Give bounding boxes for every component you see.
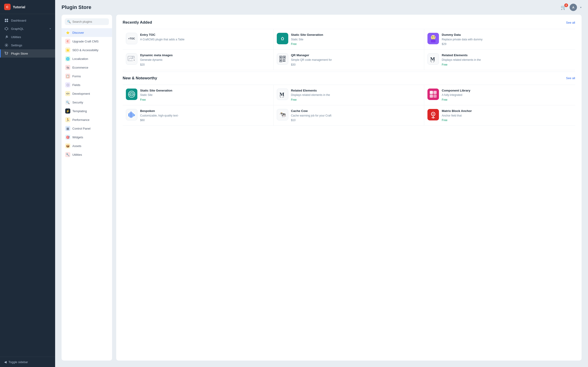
static-site2-logo (126, 89, 137, 100)
graphql-icon (4, 26, 9, 31)
svg-text:🐄: 🐄 (279, 111, 286, 118)
static-site2-name: Static Site Generation (140, 89, 270, 93)
recently-added-grid: +TOC Entry TOC A CraftCMS plugin that ad… (123, 29, 575, 70)
plugin-card-entry-toc[interactable]: +TOC Entry TOC A CraftCMS plugin that ad… (123, 29, 274, 50)
svg-rect-26 (284, 57, 285, 58)
entry-toc-desc: A CraftCMS plugin that adds a Table (140, 38, 270, 42)
component-lib-desc: A fully-integrated (442, 93, 572, 97)
related-elements-logo: M (427, 53, 439, 65)
filter-item-security[interactable]: 🔍 Security (61, 98, 112, 107)
svg-rect-3 (7, 21, 8, 22)
plugin-card-matrix-block[interactable]: Matrix Block Anchor Anchor field that Fr… (424, 105, 575, 126)
ecommerce-icon: 🛍 (65, 65, 70, 70)
related-elements2-info: Related Elements Displays related elemen… (291, 89, 421, 101)
utilities2-icon: 🔧 (65, 152, 70, 157)
plugin-card-dynamic-meta[interactable]: Dynamic meta images Generate dynamic $20 (123, 50, 274, 70)
svg-point-16 (431, 35, 435, 40)
filter-item-label: Security (72, 101, 83, 104)
cart-button[interactable]: 🛒 0 (561, 5, 566, 10)
recently-added-title: Recently Added (123, 20, 152, 25)
plugin-card-bespoken[interactable]: Bespoken Customizable, high-quality text… (123, 105, 274, 126)
matrix-block-price: Free (442, 119, 572, 122)
plugin-store-icon (4, 51, 9, 56)
filter-item-label: Widgets (72, 135, 83, 139)
filter-item-templating[interactable]: ⚡ Templating (61, 107, 112, 115)
cache-cow-info: Cache Cow Cache warming job for your Cra… (291, 109, 421, 122)
svg-rect-32 (284, 61, 285, 62)
sidebar-item-plugin-store[interactable]: Plugin Store (0, 49, 55, 58)
upgrade-icon: C (65, 39, 70, 44)
topbar: Plugin Store 🛒 0 A ▾ (55, 0, 588, 15)
related-elements-info: Related Elements Displays related elemen… (442, 53, 572, 66)
svg-rect-44 (131, 111, 131, 118)
filter-item-assets[interactable]: 📦 Assets (61, 142, 112, 150)
plugin-card-cache-cow[interactable]: 🐄 Cache Cow Cache warming job for your C… (274, 105, 424, 126)
plugin-card-component-lib[interactable]: Component Library A fully-integrated Fre… (424, 85, 575, 105)
filter-item-utilities2[interactable]: 🔧 Utilities (61, 150, 112, 159)
svg-rect-1 (7, 19, 8, 20)
qr-manager-name: QR Manager (291, 53, 421, 57)
filter-item-performance[interactable]: 🏃 Performance (61, 115, 112, 124)
svg-point-13 (7, 54, 7, 55)
qr-manager-price: $30 (291, 63, 421, 66)
development-icon: </> (65, 91, 70, 96)
search-input[interactable] (72, 20, 107, 23)
plugin-card-related-elements[interactable]: M Related Elements Displays related elem… (424, 50, 575, 70)
filter-item-forms[interactable]: 📋 Forms (61, 72, 112, 81)
matrix-block-info: Matrix Block Anchor Anchor field that Fr… (442, 109, 572, 122)
filter-item-localization[interactable]: 🌐 Localization (61, 54, 112, 63)
static-site-logo (277, 33, 288, 44)
filter-item-ecommerce[interactable]: 🛍 Ecommerce (61, 63, 112, 72)
entry-toc-logo: +TOC (126, 33, 137, 44)
filter-item-discover[interactable]: ⭐ Discover (61, 28, 112, 37)
svg-marker-10 (5, 27, 8, 30)
filter-item-fields[interactable]: ⬡ Fields (61, 81, 112, 89)
filter-item-label: Ecommerce (72, 66, 88, 69)
plugin-card-related-elements2[interactable]: M Related Elements Displays related elem… (274, 85, 424, 105)
sidebar-item-label: Dashboard (11, 19, 26, 22)
sidebar: C Tutorial Dashboard (0, 0, 55, 367)
toggle-sidebar-button[interactable]: ◀ Toggle sidebar (0, 357, 55, 367)
component-lib-name: Component Library (442, 89, 572, 93)
plugin-card-static-site[interactable]: Static Site Generation Static Site Free (274, 29, 424, 50)
static-site2-desc: Static Site (140, 93, 270, 97)
dynamic-meta-info: Dynamic meta images Generate dynamic $20 (140, 53, 270, 66)
filter-item-upgrade[interactable]: C Upgrade Craft CMS (61, 37, 112, 46)
filter-panel: 🔍 ⭐ Discover C Upgrade Craft CMS ⭐ SEO &… (61, 15, 112, 361)
localization-icon: 🌐 (65, 56, 70, 61)
plugin-card-static-site2[interactable]: Static Site Generation Static Site Free (123, 85, 274, 105)
dynamic-meta-desc: Generate dynamic (140, 58, 270, 62)
filter-item-control-panel[interactable]: ▦ Control Panel (61, 124, 112, 133)
avatar-chevron-icon[interactable]: ▾ (580, 6, 582, 9)
filter-item-label: Control Panel (72, 127, 90, 130)
plugin-card-dummy-data[interactable]: Dummy Data Replace private data with dum… (424, 29, 575, 50)
search-icon: 🔍 (67, 20, 71, 23)
filter-item-seo[interactable]: ⭐ SEO & Accessibility (61, 46, 112, 54)
static-site2-price: Free (140, 98, 270, 101)
component-lib-info: Component Library A fully-integrated Fre… (442, 89, 572, 101)
filter-item-development[interactable]: </> Development (61, 89, 112, 98)
dynamic-meta-price: $20 (140, 63, 270, 66)
sidebar-item-settings[interactable]: Settings (0, 41, 55, 49)
recently-added-see-all[interactable]: See all (566, 21, 575, 24)
new-noteworthy-see-all[interactable]: See all (566, 76, 575, 80)
sidebar-item-dashboard[interactable]: Dashboard (0, 16, 55, 25)
avatar[interactable]: A (570, 4, 577, 11)
sidebar-item-utilities[interactable]: Utilities (0, 33, 55, 41)
dummy-data-price: $29 (442, 42, 572, 46)
bespoken-info: Bespoken Customizable, high-quality text… (140, 109, 270, 122)
content-area: 🔍 ⭐ Discover C Upgrade Craft CMS ⭐ SEO &… (55, 15, 588, 367)
plugin-card-qr-manager[interactable]: QR Manager Simple QR code management for… (274, 50, 424, 70)
filter-item-widgets[interactable]: 🎯 Widgets (61, 133, 112, 142)
filter-item-label: SEO & Accessibility (72, 48, 98, 52)
matrix-block-name: Matrix Block Anchor (442, 109, 572, 113)
sidebar-item-graphql[interactable]: GraphQL ▾ (0, 25, 55, 33)
recently-added-header: Recently Added See all (123, 20, 575, 25)
sidebar-item-label: GraphQL (11, 27, 24, 31)
matrix-block-desc: Anchor field that (442, 114, 572, 118)
discover-icon: ⭐ (65, 30, 70, 35)
main-content: Plugin Store 🛒 0 A ▾ 🔍 ⭐ (55, 0, 588, 367)
filter-item-label: Fields (72, 83, 80, 87)
assets-icon: 📦 (65, 143, 70, 148)
static-site2-info: Static Site Generation Static Site Free (140, 89, 270, 101)
